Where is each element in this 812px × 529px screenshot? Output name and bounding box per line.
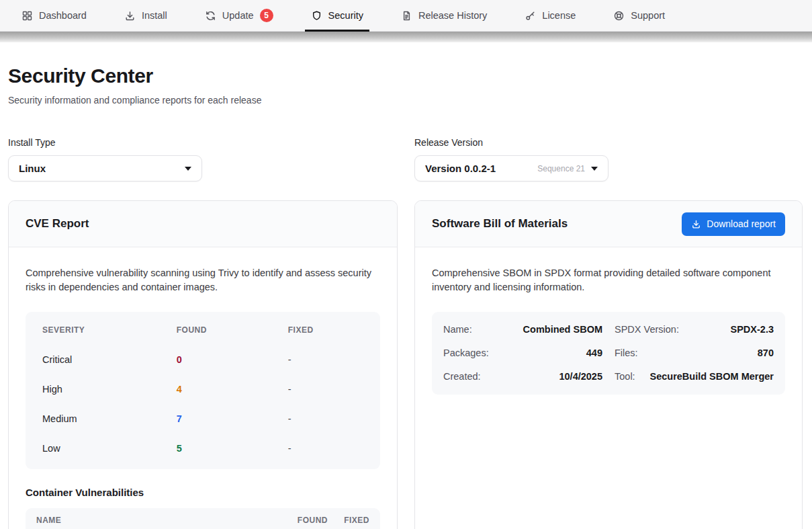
sbom-body: Comprehensive SBOM in SPDX format provid… — [415, 247, 802, 411]
detail-value: Combined SBOM — [523, 324, 602, 335]
detail-value: 870 — [758, 348, 774, 358]
nav-label: Support — [631, 10, 665, 21]
found-count: 7 — [177, 413, 288, 424]
sbom-card: Software Bill of Materials Download repo… — [414, 200, 803, 529]
detail-label: Packages: — [443, 348, 489, 358]
update-count-badge: 5 — [260, 9, 273, 22]
severity-column-header: SEVERITY — [42, 325, 177, 335]
fixed-count: - — [288, 413, 363, 424]
cve-report-header: CVE Report — [9, 201, 397, 247]
nav-label: Release History — [418, 10, 487, 21]
found-count: 4 — [177, 384, 288, 395]
install-type-value: Linux — [19, 163, 46, 174]
sbom-detail-created: Created: 10/4/2025 — [443, 365, 602, 389]
release-version-value: Version 0.0.2-1 — [425, 163, 496, 174]
header-shadow — [0, 32, 812, 42]
document-icon — [401, 10, 412, 22]
severity-table: SEVERITY FOUND FIXED Critical 0 - High 4… — [26, 312, 380, 469]
nav-label: License — [542, 10, 576, 21]
fixed-count: - — [288, 354, 363, 365]
nav-item-security[interactable]: Security — [302, 0, 372, 31]
fixed-count: - — [288, 384, 363, 395]
fixed-column-header: FIXED — [328, 516, 369, 525]
name-column-header: NAME — [36, 516, 270, 525]
found-column-header: FOUND — [270, 516, 328, 525]
cve-report-description: Comprehensive vulnerability scanning usi… — [26, 266, 380, 295]
top-navigation: Dashboard Install Update 5 Security — [0, 0, 812, 32]
table-row: Low 5 - — [26, 434, 380, 463]
nav-item-install[interactable]: Install — [116, 0, 176, 31]
chevron-down-icon — [591, 167, 598, 171]
dashboard-grid-icon — [21, 10, 33, 22]
cve-report-title: CVE Report — [26, 217, 89, 231]
page-subtitle: Security information and compliance repo… — [8, 95, 804, 106]
severity-label: High — [42, 384, 177, 395]
table-row: Critical 0 - — [26, 345, 380, 374]
container-vulnerabilities-table-header: NAME FOUND FIXED — [26, 508, 380, 529]
sbom-detail-packages: Packages: 449 — [443, 341, 602, 365]
severity-label: Medium — [42, 413, 177, 424]
nav-label: Security — [328, 10, 363, 21]
cve-report-body: Comprehensive vulnerability scanning usi… — [9, 247, 397, 529]
filters-row: Install Type Linux Release Version Versi… — [8, 137, 804, 181]
cve-report-card: CVE Report Comprehensive vulnerability s… — [8, 200, 398, 529]
cards-row: CVE Report Comprehensive vulnerability s… — [8, 200, 804, 529]
release-version-select[interactable]: Version 0.0.2-1 Sequence 21 — [414, 155, 608, 181]
detail-value: 449 — [586, 348, 602, 358]
nav-label: Update — [222, 10, 254, 21]
main-content: Security Center Security information and… — [0, 65, 812, 529]
sbom-header: Software Bill of Materials Download repo… — [415, 201, 802, 247]
sbom-details: Name: Combined SBOM SPDX Version: SPDX-2… — [432, 312, 785, 395]
detail-value: SPDX-2.3 — [731, 324, 774, 335]
install-type-label: Install Type — [8, 137, 398, 148]
detail-value: 10/4/2025 — [559, 371, 602, 382]
nav-label: Install — [142, 10, 167, 21]
detail-label: Files: — [615, 348, 638, 358]
nav-item-update[interactable]: Update 5 — [196, 0, 282, 31]
sbom-description: Comprehensive SBOM in SPDX format provid… — [432, 266, 785, 295]
sbom-detail-name: Name: Combined SBOM — [443, 318, 602, 341]
sbom-detail-tool: Tool: SecureBuild SBOM Merger — [615, 365, 774, 389]
refresh-icon — [205, 10, 216, 22]
lifebuoy-icon — [613, 10, 625, 22]
detail-value: SecureBuild SBOM Merger — [649, 371, 774, 382]
sbom-detail-spdx-version: SPDX Version: SPDX-2.3 — [615, 318, 774, 341]
detail-label: SPDX Version: — [615, 324, 679, 335]
detail-label: Tool: — [615, 371, 635, 382]
download-icon — [124, 10, 136, 22]
nav-item-release-history[interactable]: Release History — [392, 0, 496, 31]
nav-item-license[interactable]: License — [516, 0, 584, 31]
found-count: 5 — [177, 443, 288, 454]
container-vulnerabilities-title: Container Vulnerabilities — [26, 487, 380, 498]
severity-label: Low — [42, 443, 177, 454]
shield-icon — [311, 10, 322, 22]
install-type-filter: Install Type Linux — [8, 137, 398, 181]
release-version-label: Release Version — [414, 137, 803, 148]
download-report-button[interactable]: Download report — [682, 212, 785, 236]
key-icon — [525, 10, 536, 22]
found-column-header: FOUND — [177, 325, 288, 335]
download-report-label: Download report — [707, 218, 776, 229]
download-icon — [691, 219, 701, 229]
detail-label: Created: — [443, 371, 481, 382]
release-version-filter: Release Version Version 0.0.2-1 Sequence… — [414, 137, 803, 181]
nav-item-dashboard[interactable]: Dashboard — [13, 0, 95, 31]
detail-label: Name: — [443, 324, 472, 335]
sbom-detail-files: Files: 870 — [615, 341, 774, 365]
fixed-column-header: FIXED — [288, 325, 363, 335]
fixed-count: - — [288, 443, 363, 454]
sbom-title: Software Bill of Materials — [432, 217, 568, 231]
found-count: 0 — [177, 354, 288, 365]
severity-label: Critical — [42, 354, 177, 365]
table-row: Medium 7 - — [26, 404, 380, 434]
nav-item-support[interactable]: Support — [604, 0, 674, 31]
page-title: Security Center — [8, 65, 804, 87]
table-row: High 4 - — [26, 374, 380, 404]
severity-table-header: SEVERITY FOUND FIXED — [26, 315, 380, 345]
nav-label: Dashboard — [39, 10, 87, 21]
install-type-select[interactable]: Linux — [8, 155, 202, 181]
sequence-badge: Sequence 21 — [537, 164, 585, 173]
chevron-down-icon — [185, 167, 191, 171]
